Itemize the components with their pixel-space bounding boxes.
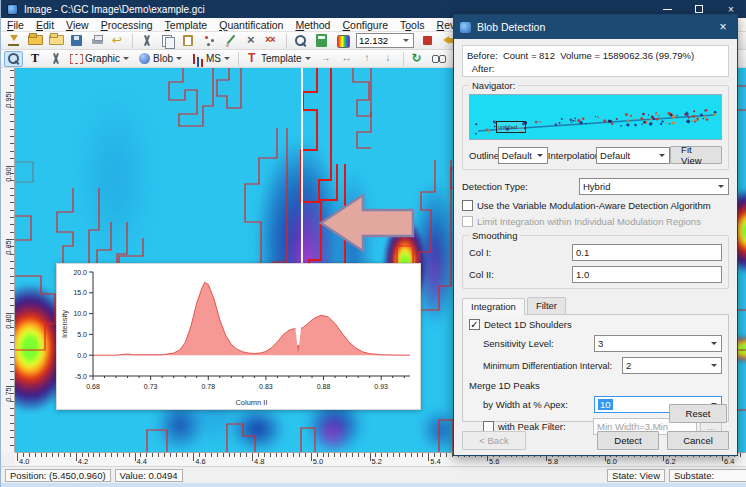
ruler-tick bbox=[10, 180, 14, 181]
ruler-tick bbox=[10, 268, 14, 269]
fit-view-button[interactable]: Fit View bbox=[670, 146, 722, 164]
compare-button[interactable] bbox=[429, 51, 448, 67]
outline-combo[interactable]: Default bbox=[498, 147, 548, 164]
navigator-group: Navigator: untitled Outline: Default Int… bbox=[462, 85, 729, 170]
ruler-tick bbox=[10, 173, 14, 174]
open-image-button[interactable] bbox=[25, 33, 44, 49]
blob-dropdown[interactable]: Blob bbox=[135, 51, 186, 67]
tab-filter[interactable]: Filter bbox=[527, 297, 566, 314]
menu-tools[interactable]: Tools bbox=[394, 19, 431, 31]
chevron-down-icon bbox=[537, 154, 543, 157]
navigator-image[interactable]: untitled bbox=[469, 94, 722, 140]
ruler-tick bbox=[10, 401, 14, 402]
menu-edit[interactable]: Edit bbox=[30, 19, 60, 31]
ms-dropdown[interactable]: MS bbox=[188, 51, 234, 67]
menu-processing[interactable]: Processing bbox=[95, 19, 159, 31]
ruler-tick bbox=[146, 453, 147, 457]
ruler-tick bbox=[10, 298, 14, 299]
variable-modulation-row: Use the Variable Modulation-Aware Detect… bbox=[462, 200, 729, 211]
ruler-label: 5.6 bbox=[489, 457, 499, 466]
sensitivity-combo[interactable]: 3 bbox=[594, 335, 722, 352]
tab-integration[interactable]: Integration bbox=[462, 298, 525, 315]
stop-button[interactable] bbox=[418, 33, 437, 49]
col1-label: Col I: bbox=[469, 247, 491, 258]
cut-button[interactable] bbox=[137, 33, 156, 49]
text-tool-button[interactable] bbox=[25, 51, 44, 67]
draw-button[interactable] bbox=[221, 33, 240, 49]
detect-button[interactable]: Detect bbox=[597, 431, 659, 450]
smoothing-group: Smoothing Col I: 0.1 Col II: 1.0 bbox=[462, 235, 729, 289]
limit-integration-checkbox[interactable] bbox=[462, 216, 473, 227]
menu-view[interactable]: View bbox=[60, 19, 95, 31]
detection-type-combo[interactable]: Hybrid bbox=[579, 178, 729, 195]
navigator-viewport[interactable]: untitled bbox=[496, 121, 526, 133]
variable-modulation-checkbox[interactable] bbox=[462, 200, 473, 211]
min-diff-combo[interactable]: 2 bbox=[622, 357, 722, 374]
ruler-tick bbox=[446, 453, 447, 457]
menu-quantification[interactable]: Quantification bbox=[213, 19, 289, 31]
save-image-button[interactable] bbox=[67, 33, 86, 49]
menu-method[interactable]: Method bbox=[289, 19, 336, 31]
template-dropdown[interactable]: Template bbox=[243, 51, 315, 67]
col1-input[interactable]: 0.1 bbox=[572, 244, 722, 261]
ruler-tick bbox=[10, 217, 14, 218]
import-image-button[interactable] bbox=[4, 33, 23, 49]
chevron-down-icon bbox=[224, 57, 230, 60]
callout-arrow[interactable] bbox=[321, 195, 413, 251]
spectrum-icon bbox=[190, 51, 205, 66]
ruler-tick bbox=[287, 453, 288, 457]
ruler-label: 0.95 bbox=[4, 90, 13, 112]
interpolation-label: Interpolation: bbox=[548, 150, 596, 161]
graphic-dropdown[interactable]: Graphic bbox=[67, 51, 133, 67]
ruler-tick bbox=[10, 437, 14, 438]
ruler-tick bbox=[399, 453, 400, 457]
text-icon bbox=[27, 51, 42, 66]
menu-template[interactable]: Template bbox=[159, 19, 214, 31]
refresh-button[interactable] bbox=[408, 51, 427, 67]
svg-text:-5.0: -5.0 bbox=[75, 373, 87, 380]
ruler-tick bbox=[10, 121, 14, 122]
search-edit-button[interactable] bbox=[291, 33, 310, 49]
chevron-down-icon bbox=[711, 342, 717, 345]
dialog-title-bar[interactable]: Blob Detection × bbox=[454, 15, 737, 39]
detect-shoulders-checkbox[interactable]: ✓ bbox=[469, 319, 480, 330]
cancel-button[interactable]: Cancel bbox=[667, 431, 729, 450]
ruler-tick bbox=[240, 453, 241, 457]
chevron-down-icon bbox=[123, 57, 129, 60]
open-folder-icon bbox=[27, 33, 42, 48]
reset-button[interactable]: Reset bbox=[669, 404, 727, 423]
menu-file[interactable]: File bbox=[1, 19, 30, 31]
copy-button[interactable] bbox=[158, 33, 177, 49]
calculator-button[interactable] bbox=[312, 33, 331, 49]
status-state: State: View bbox=[607, 469, 665, 482]
1d-chart-panel[interactable]: -5.00.05.010.015.020.00.680.730.780.830.… bbox=[56, 263, 421, 410]
menu-configure[interactable]: Configure bbox=[336, 19, 394, 31]
template-update-button[interactable] bbox=[338, 51, 357, 67]
app-icon bbox=[7, 4, 18, 15]
template-match-button[interactable] bbox=[359, 51, 378, 67]
dialog-close-icon[interactable]: × bbox=[709, 20, 737, 34]
paste-button[interactable] bbox=[179, 33, 198, 49]
col2-input[interactable]: 1.0 bbox=[572, 266, 722, 283]
vertical-ruler: 0.950.900.850.800.75 bbox=[1, 68, 15, 452]
ruler-tick bbox=[193, 453, 194, 461]
delete-all-button[interactable] bbox=[263, 33, 282, 49]
merge-nodes-button[interactable] bbox=[200, 33, 219, 49]
delete-button[interactable] bbox=[242, 33, 261, 49]
ruler-tick bbox=[64, 453, 65, 457]
polygon-cut-button[interactable] bbox=[46, 51, 65, 67]
palette-button[interactable] bbox=[333, 33, 352, 49]
interpolation-combo[interactable]: Default bbox=[596, 147, 670, 164]
ruler-tick bbox=[52, 453, 53, 457]
ruler-tick bbox=[381, 453, 382, 457]
zoom-tool-button[interactable] bbox=[4, 51, 23, 67]
undo-button[interactable] bbox=[109, 33, 128, 49]
template-apply-button[interactable] bbox=[317, 51, 336, 67]
print-button[interactable] bbox=[88, 33, 107, 49]
value-scale-combo[interactable]: 12.132 bbox=[356, 33, 414, 48]
back-button[interactable]: < Back bbox=[462, 431, 526, 450]
window-title: Image - C:\GC Image\Demo\example.gci bbox=[24, 4, 205, 15]
open-recent-button[interactable] bbox=[46, 33, 65, 49]
template-export-button[interactable] bbox=[380, 51, 399, 67]
svg-text:0.73: 0.73 bbox=[144, 383, 158, 390]
